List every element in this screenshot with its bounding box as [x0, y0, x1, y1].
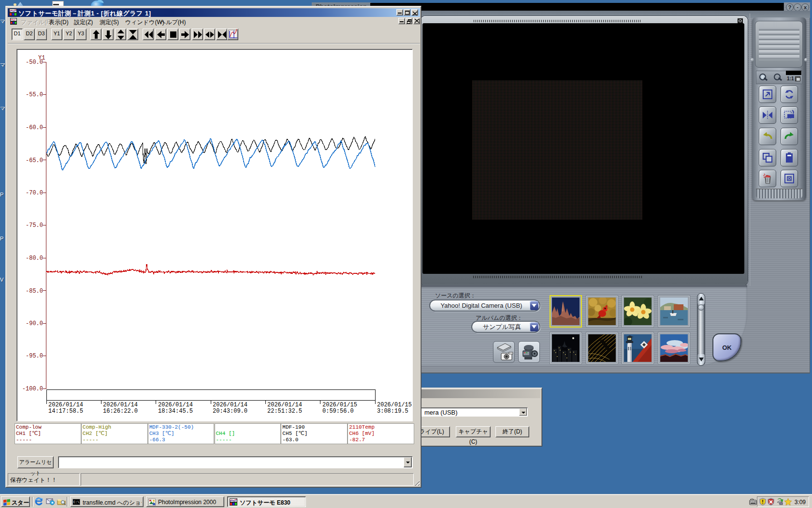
svg-text:14:17:58.5: 14:17:58.5 — [48, 408, 83, 415]
svg-text:!: ! — [762, 499, 763, 505]
svg-text:3:08:19.5: 3:08:19.5 — [377, 408, 408, 415]
svg-text:18:34:45.5: 18:34:45.5 — [158, 408, 193, 415]
svg-text:16:26:22.0: 16:26:22.0 — [103, 408, 138, 415]
svg-text:0:59:56.0: 0:59:56.0 — [322, 408, 354, 415]
svg-text:22:51:32.5: 22:51:32.5 — [267, 408, 302, 415]
svg-text:20:43:09.0: 20:43:09.0 — [213, 408, 247, 415]
